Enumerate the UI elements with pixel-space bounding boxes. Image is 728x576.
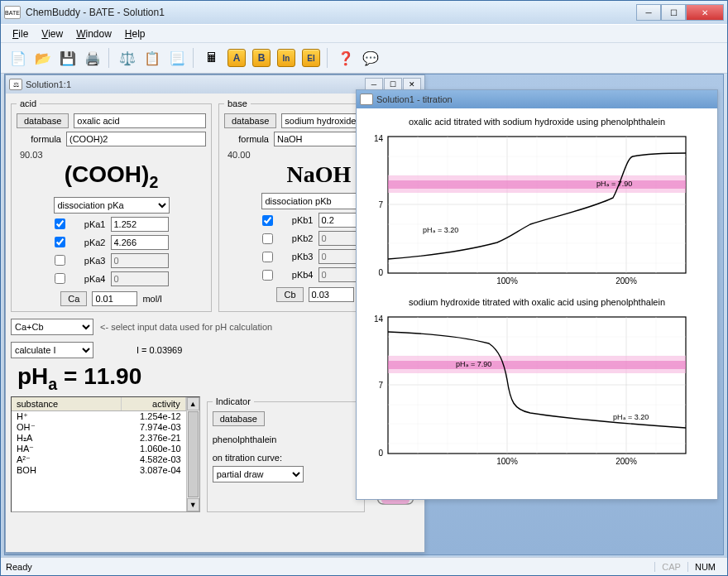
- ionic-strength-label: I = 0.03969: [136, 345, 182, 355]
- table-row[interactable]: BOH3.087e-04: [12, 465, 186, 475]
- svg-text:pHₐ = 7.90: pHₐ = 7.90: [596, 180, 632, 188]
- acid-formula-input[interactable]: [66, 132, 206, 146]
- menu-help[interactable]: Help: [118, 26, 152, 41]
- base-pkb3-label: pKb3: [280, 252, 314, 262]
- acid-pka3-check[interactable]: [55, 255, 65, 266]
- svg-rect-44: [388, 361, 686, 369]
- balance-icon[interactable]: ⚖️: [117, 47, 138, 69]
- print-icon[interactable]: 🖨️: [82, 47, 103, 69]
- scroll-up-icon[interactable]: ▲: [187, 397, 199, 410]
- table-row[interactable]: H₂A2.376e-21: [12, 433, 186, 444]
- svg-text:0: 0: [378, 449, 383, 458]
- acid-pka3-input[interactable]: [111, 253, 169, 268]
- input-data-combo[interactable]: Ca+Cb: [11, 319, 93, 335]
- maximize-button[interactable]: ☐: [661, 4, 686, 21]
- acid-pka4-input[interactable]: [111, 271, 169, 286]
- menu-view[interactable]: View: [35, 26, 69, 41]
- base-pkb4-label: pKb4: [280, 270, 314, 280]
- close-button[interactable]: ✕: [686, 4, 724, 21]
- sheet1-icon[interactable]: 📋: [141, 47, 163, 69]
- cube-el-icon[interactable]: El: [300, 47, 322, 69]
- col-substance[interactable]: substance: [12, 397, 122, 410]
- indicator-legend: Indicator: [213, 396, 254, 406]
- svg-rect-18: [388, 180, 686, 189]
- activity-table: substance activity H⁺1.254e-12OH⁻7.974e-…: [11, 396, 200, 512]
- svg-text:100%: 100%: [496, 457, 518, 466]
- base-pkb3-check[interactable]: [262, 252, 273, 262]
- acid-big-formula: (COOH)2: [17, 161, 206, 192]
- svg-text:200%: 200%: [615, 276, 637, 286]
- acid-conc-button[interactable]: Ca: [60, 291, 87, 306]
- menubar: File View Window Help: [1, 24, 727, 42]
- indicator-database-button[interactable]: database: [213, 411, 265, 426]
- col-activity[interactable]: activity: [122, 397, 186, 410]
- acid-pka1-check[interactable]: [55, 218, 65, 229]
- acid-group: acid database formula 90.03 (COOH)2 dis: [11, 98, 212, 312]
- svg-text:100%: 100%: [496, 276, 518, 286]
- curve-combo[interactable]: partial draw: [213, 466, 304, 482]
- acid-pka2-input[interactable]: [111, 235, 169, 250]
- balance-icon: ⚖: [9, 79, 22, 90]
- table-row[interactable]: OH⁻7.974e-03: [12, 422, 186, 433]
- acid-pka2-label: pKa2: [73, 238, 106, 247]
- base-pkb4-check[interactable]: [262, 270, 273, 281]
- indicator-name: phenolphthalein: [213, 434, 359, 444]
- indicator-group: Indicator database phenolphthalein on ti…: [207, 396, 365, 512]
- svg-text:pHₐ = 3.20: pHₐ = 3.20: [423, 226, 458, 234]
- svg-text:pHₐ = 7.90: pHₐ = 7.90: [456, 360, 491, 368]
- calc-icon[interactable]: 🖩: [201, 47, 223, 69]
- acid-pka4-label: pKa4: [73, 274, 106, 284]
- scroll-down-icon[interactable]: ▼: [187, 498, 199, 511]
- statusbar: Ready CAP NUM: [1, 557, 727, 575]
- acid-dissoc-combo[interactable]: dissociation pKa: [54, 197, 170, 214]
- titration-titlebar[interactable]: ▤ Solution1 - titration: [357, 90, 717, 108]
- app-icon: BATE: [4, 6, 21, 19]
- base-pkb2-check[interactable]: [262, 233, 273, 244]
- app-window: BATE ChemBuddy - BATE - Solution1 ─ ☐ ✕ …: [0, 0, 728, 576]
- new-file-icon[interactable]: 📄: [7, 47, 29, 69]
- base-pkb1-check[interactable]: [262, 215, 273, 226]
- titlebar[interactable]: BATE ChemBuddy - BATE - Solution1 ─ ☐ ✕: [1, 1, 727, 24]
- svg-text:200%: 200%: [615, 457, 637, 466]
- acid-pka2-check[interactable]: [55, 237, 65, 247]
- chart1: 0 7 14 100% 200% pHₐ = 7.90 pHₐ = 3.20: [365, 133, 696, 290]
- titration-window: ▤ Solution1 - titration oxalic acid titr…: [356, 89, 718, 500]
- acid-conc-input[interactable]: [92, 291, 137, 306]
- cube-b-icon[interactable]: B: [251, 47, 272, 69]
- base-database-button[interactable]: database: [224, 113, 276, 128]
- menu-window[interactable]: Window: [69, 26, 118, 41]
- table-scrollbar[interactable]: ▲ ▼: [186, 397, 199, 511]
- curve-label: on titration curve:: [213, 453, 359, 463]
- svg-text:0: 0: [378, 268, 383, 277]
- minimize-button[interactable]: ─: [636, 4, 661, 21]
- input-data-hint: <- select input data used for pH calcula…: [100, 322, 272, 332]
- table-row[interactable]: HA⁻1.060e-10: [12, 444, 186, 454]
- svg-text:14: 14: [374, 314, 384, 324]
- help-icon[interactable]: ❓: [335, 47, 357, 69]
- menu-file[interactable]: File: [6, 26, 35, 41]
- open-file-icon[interactable]: 📂: [32, 47, 54, 69]
- status-cap: CAP: [654, 562, 687, 572]
- cube-in-icon[interactable]: In: [275, 47, 297, 69]
- scroll-thumb[interactable]: [188, 411, 199, 497]
- acid-mw-label: 90.03: [20, 150, 206, 160]
- chart2: 0 7 14 100% 200% pHₐ = 7.90 pHₐ = 3.20: [365, 314, 696, 471]
- sheet2-icon[interactable]: 📃: [166, 47, 188, 69]
- acid-pka1-input[interactable]: [111, 217, 169, 232]
- acid-name-input[interactable]: [74, 113, 206, 128]
- acid-pka1-label: pKa1: [73, 219, 106, 229]
- acid-database-button[interactable]: database: [17, 113, 69, 128]
- base-pkb2-label: pKb2: [280, 233, 314, 243]
- svg-text:7: 7: [378, 381, 383, 390]
- table-row[interactable]: A²⁻4.582e-03: [12, 454, 186, 465]
- hint-icon[interactable]: 💬: [360, 47, 381, 69]
- base-conc-button[interactable]: Cb: [276, 287, 303, 302]
- acid-pka4-check[interactable]: [55, 273, 65, 284]
- base-pkb1-label: pKb1: [280, 215, 314, 225]
- save-icon[interactable]: 💾: [57, 47, 79, 69]
- table-row[interactable]: H⁺1.254e-12: [12, 411, 186, 422]
- base-conc-input[interactable]: [309, 287, 354, 302]
- calc-method-combo[interactable]: calculate I: [11, 342, 93, 358]
- cube-a-icon[interactable]: A: [226, 47, 247, 69]
- acid-pka3-label: pKa3: [73, 256, 106, 266]
